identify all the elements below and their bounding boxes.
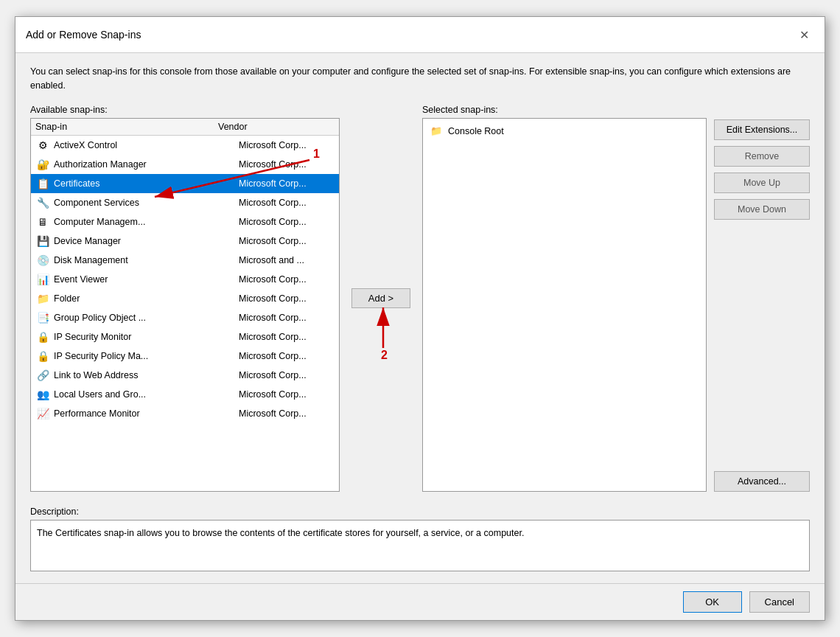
snapin-icon: 🔧 (35, 195, 50, 210)
snapin-icon: 🖥 (35, 215, 50, 229)
selected-label: Selected snap-ins: (422, 105, 707, 115)
list-item[interactable]: ⚙ ActiveX Control Microsoft Corp... (31, 136, 339, 155)
snapin-name: Computer Managem... (54, 217, 239, 227)
snapin-vendor: Microsoft Corp... (239, 293, 335, 304)
advanced-button[interactable]: Advanced... (714, 471, 810, 492)
close-button[interactable]: ✕ (794, 24, 814, 45)
available-list-container: Snap-in Vendor ⚙ ActiveX Control Microso… (30, 118, 340, 492)
snapin-icon: 👥 (35, 387, 50, 402)
list-item[interactable]: 📁 Folder Microsoft Corp... (31, 289, 339, 308)
snapin-name: Performance Monitor (54, 408, 239, 419)
move-down-button[interactable]: Move Down (714, 199, 810, 220)
middle-panel: Add > (349, 105, 413, 492)
snapin-vendor: Microsoft Corp... (239, 159, 335, 170)
edit-extensions-button[interactable]: Edit Extensions... (714, 119, 810, 140)
snapin-name: Folder (54, 293, 239, 304)
snapin-vendor: Microsoft Corp... (239, 217, 335, 227)
snapin-name: Certificates (54, 178, 239, 189)
available-label: Available snap-ins: (30, 105, 340, 115)
snapin-name: Group Policy Object ... (54, 313, 239, 323)
top-description: You can select snap-ins for this console… (30, 65, 810, 93)
ok-button[interactable]: OK (683, 591, 742, 613)
snapin-vendor: Microsoft Corp... (239, 198, 335, 208)
list-item[interactable]: 📊 Event Viewer Microsoft Corp... (31, 270, 339, 289)
snapin-vendor: Microsoft Corp... (239, 389, 335, 400)
remove-button[interactable]: Remove (714, 146, 810, 167)
list-item[interactable]: 💿 Disk Management Microsoft and ... (31, 251, 339, 270)
dialog-title: Add or Remove Snap-ins (26, 29, 141, 41)
snapin-name: Event Viewer (54, 274, 239, 285)
selected-list[interactable]: 📁 Console Root (422, 118, 707, 492)
snapin-name: IP Security Policy Ma... (54, 351, 239, 361)
list-item[interactable]: 🔒 IP Security Monitor Microsoft Corp... (31, 327, 339, 347)
add-button[interactable]: Add > (351, 288, 410, 308)
list-item[interactable]: 📑 Group Policy Object ... Microsoft Corp… (31, 308, 339, 327)
list-item[interactable]: 🔗 Link to Web Address Microsoft Corp... (31, 366, 339, 385)
snapin-icon: 🔗 (35, 368, 50, 383)
move-up-button[interactable]: Move Up (714, 173, 810, 193)
snapin-vendor: Microsoft Corp... (239, 332, 335, 342)
snapin-icon: 🔒 (35, 330, 50, 344)
header-vendor: Vendor (218, 122, 321, 132)
header-snapin: Snap-in (35, 122, 218, 132)
snapin-name: Component Services (54, 198, 239, 208)
list-header: Snap-in Vendor (31, 119, 339, 136)
cancel-button[interactable]: Cancel (749, 591, 810, 613)
available-panel: Available snap-ins: Snap-in Vendor ⚙ Act… (30, 105, 340, 492)
right-panel: Selected snap-ins: 📁 Console Root Edit E… (422, 105, 810, 492)
snapin-name: Local Users and Gro... (54, 389, 239, 400)
dialog-wrapper: Add or Remove Snap-ins ✕ You can select … (15, 16, 825, 621)
action-buttons: Edit Extensions... Remove Move Up Move D… (714, 105, 810, 492)
list-item[interactable]: 🔒 IP Security Policy Ma... Microsoft Cor… (31, 347, 339, 366)
dialog-body: You can select snap-ins for this console… (15, 53, 825, 583)
snapin-name: ActiveX Control (54, 140, 239, 150)
snapin-vendor: Microsoft and ... (239, 255, 335, 265)
snapin-name: IP Security Monitor (54, 332, 239, 342)
selected-item[interactable]: 📁 Console Root (426, 122, 703, 141)
description-section: Description: The Certificates snap-in al… (30, 507, 810, 571)
list-item[interactable]: 💾 Device Manager Microsoft Corp... (31, 232, 339, 251)
snapin-name: Authorization Manager (54, 159, 239, 170)
snapin-icon: 💾 (35, 234, 50, 248)
description-box: The Certificates snap-in allows you to b… (30, 520, 810, 571)
list-item[interactable]: 🔐 Authorization Manager Microsoft Corp..… (31, 155, 339, 174)
selected-icon: 📁 (429, 124, 444, 139)
list-item[interactable]: 🔧 Component Services Microsoft Corp... (31, 193, 339, 212)
snapin-vendor: Microsoft Corp... (239, 370, 335, 380)
snapin-vendor: Microsoft Corp... (239, 236, 335, 246)
list-item[interactable]: 👥 Local Users and Gro... Microsoft Corp.… (31, 385, 339, 404)
snapin-vendor: Microsoft Corp... (239, 178, 335, 189)
snapin-icon: 📑 (35, 310, 50, 325)
list-item[interactable]: 📋 Certificates Microsoft Corp... (31, 174, 339, 193)
snapin-vendor: Microsoft Corp... (239, 313, 335, 323)
selected-panel: Selected snap-ins: 📁 Console Root (422, 105, 707, 492)
header-scroll-space (321, 122, 335, 132)
available-list-scroll[interactable]: ⚙ ActiveX Control Microsoft Corp... 🔐 Au… (31, 136, 339, 492)
snapin-vendor: Microsoft Corp... (239, 351, 335, 361)
list-item[interactable]: 🖥 Computer Managem... Microsoft Corp... (31, 212, 339, 232)
snapin-icon: 📊 (35, 272, 50, 287)
snapin-name: Link to Web Address (54, 370, 239, 380)
snapin-icon: 🔐 (35, 157, 50, 172)
snapin-vendor: Microsoft Corp... (239, 274, 335, 285)
dialog-footer: OK Cancel (15, 583, 825, 620)
snapin-name: Device Manager (54, 236, 239, 246)
selected-name: Console Root (448, 126, 504, 136)
snapin-icon: 📋 (35, 176, 50, 191)
snapin-icon: 🔒 (35, 349, 50, 363)
description-label: Description: (30, 507, 810, 517)
snapin-icon: 📁 (35, 291, 50, 306)
list-item[interactable]: 📈 Performance Monitor Microsoft Corp... (31, 404, 339, 423)
snapin-vendor: Microsoft Corp... (239, 140, 335, 150)
add-remove-snapins-dialog: Add or Remove Snap-ins ✕ You can select … (15, 16, 825, 621)
snapin-icon: ⚙ (35, 138, 50, 153)
snapin-icon: 📈 (35, 406, 50, 421)
snapin-vendor: Microsoft Corp... (239, 408, 335, 419)
main-content: Available snap-ins: Snap-in Vendor ⚙ Act… (30, 105, 810, 492)
snapin-name: Disk Management (54, 255, 239, 265)
snapin-icon: 💿 (35, 253, 50, 268)
title-bar: Add or Remove Snap-ins ✕ (15, 17, 825, 53)
